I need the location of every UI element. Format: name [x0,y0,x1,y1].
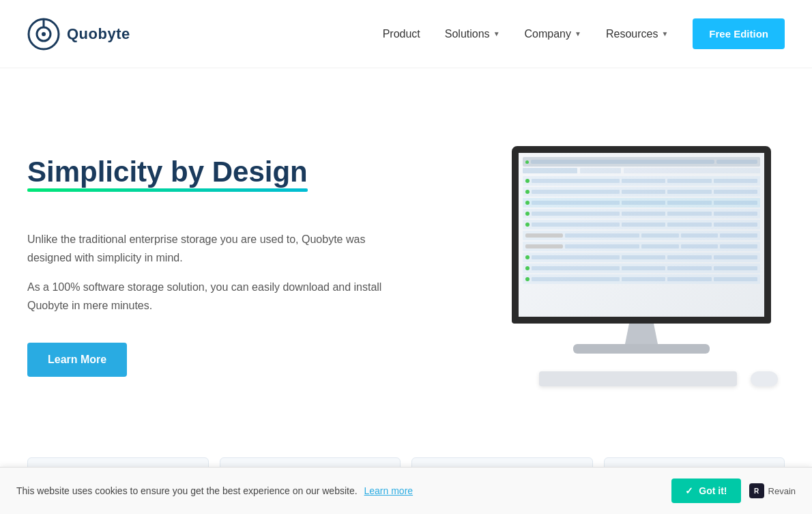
hero-title: Simplicity by Design [27,156,308,188]
hero-content: Simplicity by Design Unlike the traditio… [27,156,409,376]
cookie-actions: ✓ Got it! R Revain [671,479,796,503]
quobyte-logo-icon [27,18,60,51]
free-edition-button[interactable]: Free Edition [693,18,785,49]
learn-more-button[interactable]: Learn More [27,343,127,377]
hero-description-1: Unlike the traditional enterprise storag… [27,230,409,267]
got-it-button[interactable]: ✓ Got it! [671,479,740,503]
screen-top-bar [523,157,760,167]
check-icon: ✓ [685,485,693,496]
screen-indicator [525,160,529,164]
monitor-stand-neck [621,324,662,344]
hero-description-2: As a 100% software storage solution, you… [27,278,409,315]
nav-resources[interactable]: Resources ▼ [606,28,668,40]
nav-solutions[interactable]: Solutions ▼ [445,28,500,40]
keyboard-illustration [539,371,737,386]
navigation: Product Solutions ▼ Company ▼ Resources … [383,18,785,49]
nav-product[interactable]: Product [383,28,420,40]
monitor-stand-base [573,344,710,354]
hero-section: Simplicity by Design Unlike the traditio… [0,68,812,451]
chevron-down-icon: ▼ [661,30,668,38]
svg-point-2 [42,32,46,36]
logo[interactable]: Quobyte [27,18,130,51]
screen-content [519,153,764,317]
monitor-illustration [498,146,785,386]
cookie-learn-more-link[interactable]: Learn more [364,485,414,496]
cookie-banner: This website uses cookies to ensure you … [0,467,812,514]
title-underline [27,188,308,192]
logo-text: Quobyte [67,25,130,43]
cookie-text: This website uses cookies to ensure you … [16,485,658,496]
mouse-illustration [751,371,778,386]
chevron-down-icon: ▼ [493,30,500,38]
revain-logo-icon: R [749,483,764,498]
nav-company[interactable]: Company ▼ [525,28,581,40]
screen-table [523,176,760,313]
header: Quobyte Product Solutions ▼ Company ▼ Re… [0,0,812,68]
hero-image [409,146,785,386]
chevron-down-icon: ▼ [575,30,581,38]
monitor-screen [512,146,771,324]
revain-badge: R Revain [749,483,796,498]
